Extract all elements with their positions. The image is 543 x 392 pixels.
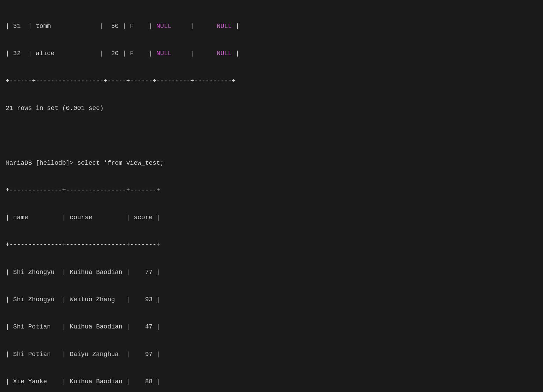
- row-1: | Shi Zhongyu | Kuihua Baodian | 77 |: [6, 268, 537, 277]
- null-val-4: NULL: [217, 50, 232, 57]
- blank-line-1: [6, 131, 537, 140]
- row-5: | Xie Yanke | Kuihua Baodian | 88 |: [6, 377, 537, 386]
- row-3: | Shi Potian | Kuihua Baodian | 47 |: [6, 322, 537, 331]
- table-header: | name | course | score |: [6, 213, 537, 222]
- table-header-sep: +--------------+----------------+-------…: [6, 240, 537, 249]
- table-top-border: +--------------+----------------+-------…: [6, 186, 537, 195]
- null-val-1: NULL: [156, 23, 171, 30]
- terminal-window: | 31 | tomm | 50 | F | NULL | NULL | | 3…: [6, 3, 537, 392]
- null-val-2: NULL: [217, 23, 232, 30]
- top-row-32: | 32 | alice | 20 | F | NULL | NULL |: [6, 49, 537, 58]
- query1: MariaDB [hellodb]> select *from view_tes…: [6, 158, 537, 168]
- row-4: | Shi Potian | Daiyu Zanghua | 97 |: [6, 350, 537, 359]
- row-2: | Shi Zhongyu | Weituo Zhang | 93 |: [6, 295, 537, 304]
- top-separator: +------+------------------+-----+------+…: [6, 76, 537, 86]
- null-val-3: NULL: [156, 50, 171, 57]
- top-row-31: | 31 | tomm | 50 | F | NULL | NULL |: [6, 22, 537, 31]
- top-rowcount: 21 rows in set (0.001 sec): [6, 104, 537, 113]
